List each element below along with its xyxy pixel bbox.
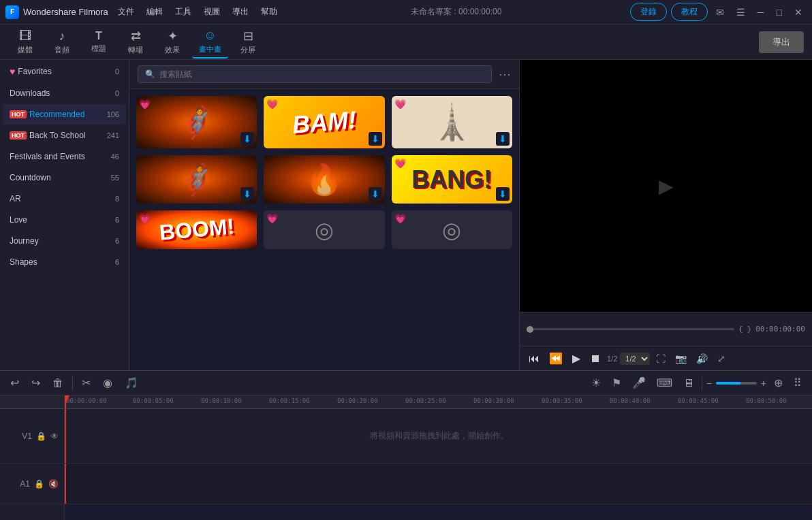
page-select[interactable]: 1/2 2/2 bbox=[620, 353, 650, 365]
zoom-in-button[interactable]: + bbox=[761, 378, 766, 389]
capture-icon[interactable]: ⌨ bbox=[653, 374, 676, 391]
monitor-icon[interactable]: 🖥 bbox=[680, 375, 698, 391]
sticker-card-7[interactable]: BOOM! 💗 ... bbox=[136, 210, 257, 249]
titlebar-left: F Wondershare Filmora 文件 編輯 工具 視圖 導出 幫助 bbox=[5, 4, 283, 20]
undo-button[interactable]: ↩ bbox=[7, 374, 22, 391]
progress-handle[interactable] bbox=[527, 326, 533, 333]
flag-icon[interactable]: ⚑ bbox=[608, 374, 625, 391]
close-icon[interactable]: ✕ bbox=[790, 4, 807, 20]
sticker-fav-6[interactable]: 💗 bbox=[394, 158, 406, 169]
sticker-download-2[interactable]: ⬇ bbox=[369, 132, 382, 146]
preview-progress-bar[interactable] bbox=[527, 328, 734, 330]
minimize-icon[interactable]: ─ bbox=[753, 4, 768, 20]
sticker-fav-7[interactable]: 💗 bbox=[139, 213, 151, 224]
tool-audio-label: 音頻 bbox=[54, 45, 69, 55]
export-button[interactable]: 導出 bbox=[759, 31, 804, 53]
zoom-out-button[interactable]: − bbox=[706, 378, 712, 389]
sticker-card-6[interactable]: BANG! 💗 ⬇ Superhero Pack Elemen... bbox=[392, 155, 512, 204]
audio-cursor bbox=[65, 464, 66, 504]
sidebar-item-love[interactable]: Love 6 bbox=[3, 210, 126, 230]
menu-item-help[interactable]: 幫助 bbox=[255, 4, 283, 20]
cut-button[interactable]: ✂ bbox=[78, 374, 94, 391]
tool-audio[interactable]: ♪ 音頻 bbox=[45, 27, 79, 58]
video-track-number: V1 bbox=[22, 432, 32, 441]
skip-start-button[interactable]: ⏮ bbox=[525, 351, 543, 367]
audio-icon: ♪ bbox=[59, 29, 65, 44]
color-button[interactable]: ◉ bbox=[99, 374, 116, 391]
timeline-extra-icon[interactable]: ⠿ bbox=[790, 374, 805, 391]
tool-media[interactable]: 🎞 媒體 bbox=[8, 27, 42, 58]
tool-transition[interactable]: ⇄ 轉場 bbox=[119, 26, 153, 58]
sticker-download-4[interactable]: ⬇ bbox=[240, 187, 254, 201]
menu-icon[interactable]: ☰ bbox=[732, 4, 749, 20]
sticker-download-3[interactable]: ⬇ bbox=[496, 132, 510, 146]
sticker-card-9[interactable]: ◎ 💗 ... bbox=[392, 210, 512, 249]
delete-button[interactable]: 🗑 bbox=[49, 375, 67, 391]
redo-button[interactable]: ↪ bbox=[28, 374, 44, 391]
tutorial-button[interactable]: 教程 bbox=[671, 3, 708, 21]
sun-icon[interactable]: ☀ bbox=[588, 374, 604, 391]
tool-sticker[interactable]: ☺ 畫中畫 bbox=[192, 26, 228, 59]
video-lock-icon[interactable]: 🔒 bbox=[36, 432, 46, 441]
split-icon: ⊟ bbox=[243, 29, 253, 44]
sidebar-item-shapes[interactable]: Shapes 6 bbox=[3, 252, 126, 272]
sidebar-item-ar[interactable]: AR 8 bbox=[3, 189, 126, 209]
sidebar-item-recommended[interactable]: HOT Recommended 106 bbox=[3, 104, 126, 125]
sidebar-item-countdown[interactable]: Countdown 55 bbox=[3, 167, 126, 188]
tool-title[interactable]: T 標題 bbox=[82, 27, 116, 56]
snapshot-icon[interactable]: 📷 bbox=[672, 351, 690, 366]
search-wrapper[interactable]: 🔍 bbox=[138, 65, 492, 83]
volume-icon[interactable]: 🔊 bbox=[693, 351, 711, 366]
search-input[interactable] bbox=[159, 69, 484, 79]
menu-item-view[interactable]: 視圖 bbox=[198, 4, 225, 20]
sticker-fav-2[interactable]: 💗 bbox=[266, 99, 278, 110]
sidebar-item-festivals[interactable]: Festivals and Events 46 bbox=[3, 146, 126, 167]
sticker-fav-8[interactable]: 💗 bbox=[266, 213, 278, 224]
prev-frame-button[interactable]: ⏪ bbox=[546, 350, 566, 367]
tool-effect[interactable]: ✦ 效果 bbox=[155, 26, 189, 58]
mic-icon[interactable]: 🎤 bbox=[629, 374, 649, 391]
register-button[interactable]: 登錄 bbox=[630, 3, 667, 21]
titlebar-menu: 文件 編輯 工具 視圖 導出 幫助 bbox=[112, 4, 283, 20]
sticker-card-2[interactable]: BAM! 💗 ⬇ Superhero Pack Elemen... bbox=[264, 96, 384, 148]
timeline-area: ↩ ↪ 🗑 ✂ ◉ 🎵 ☀ ⚑ 🎤 ⌨ 🖥 − + ⊕ ⠿ V bbox=[0, 370, 812, 520]
sidebar-item-favorites[interactable]: ♥ Favorites 0 bbox=[3, 61, 126, 82]
sticker-download-1[interactable]: ⬇ bbox=[240, 132, 254, 146]
audio-track-area[interactable] bbox=[65, 464, 812, 504]
menu-item-tools[interactable]: 工具 bbox=[170, 4, 197, 20]
zoom-slider[interactable] bbox=[716, 382, 757, 385]
recommended-label: Recommended bbox=[29, 110, 84, 119]
sticker-download-6[interactable]: ⬇ bbox=[496, 187, 510, 201]
video-visible-icon[interactable]: 👁 bbox=[50, 432, 59, 441]
sticker-download-5[interactable]: ⬇ bbox=[369, 187, 382, 201]
sidebar-item-journey[interactable]: Journey 6 bbox=[3, 231, 126, 251]
menu-item-export[interactable]: 導出 bbox=[227, 4, 254, 20]
sticker-card-1[interactable]: 🦸 💗 ⬇ Superheroes Cinematic ... bbox=[136, 96, 257, 148]
sticker-fav-3[interactable]: 💗 bbox=[394, 99, 406, 110]
mail-icon[interactable]: ✉ bbox=[712, 4, 728, 20]
sticker-card-4[interactable]: 🦸 ⬇ Superheroes Cinematic ... bbox=[136, 155, 257, 204]
video-track-area[interactable]: 將視頻和資源拖拽到此處，開始創作。 bbox=[65, 409, 812, 464]
sidebar-item-downloads[interactable]: Downloads 0 bbox=[3, 83, 126, 103]
sticker-card-3[interactable]: 🗼 💗 ⬇ Comicbook Pack Eleme... bbox=[392, 96, 512, 148]
sticker-card-5[interactable]: 🔥 ⬇ Superheroes Cinematic ... bbox=[264, 155, 384, 204]
tool-split[interactable]: ⊟ 分屏 bbox=[231, 26, 265, 58]
sticker-fav-1[interactable]: 💗 bbox=[139, 99, 151, 110]
menu-item-edit[interactable]: 編輯 bbox=[141, 4, 168, 20]
audio-button[interactable]: 🎵 bbox=[121, 374, 142, 391]
grid-view-icon[interactable]: ⋯ bbox=[499, 67, 511, 82]
stop-button[interactable]: ⏹ bbox=[587, 351, 604, 367]
sticker-card-8[interactable]: ◎ 💗 ... bbox=[264, 210, 384, 249]
audio-lock-icon[interactable]: 🔒 bbox=[34, 479, 44, 489]
audio-mute-icon[interactable]: 🔇 bbox=[48, 479, 59, 489]
sidebar-item-back-to-school[interactable]: HOT Back To School 241 bbox=[3, 125, 126, 146]
menu-item-file[interactable]: 文件 bbox=[112, 4, 140, 20]
maximize-icon[interactable]: □ bbox=[772, 4, 786, 20]
add-track-button[interactable]: ⊕ bbox=[770, 374, 786, 391]
expand-icon[interactable]: ⤢ bbox=[714, 351, 729, 366]
red-cursor[interactable] bbox=[65, 395, 66, 408]
ruler-mark-7: 00:00:35:00 bbox=[542, 397, 582, 404]
fullscreen-icon[interactable]: ⛶ bbox=[653, 351, 669, 366]
play-button[interactable]: ▶ bbox=[569, 350, 584, 367]
sticker-fav-9[interactable]: 💗 bbox=[394, 213, 406, 224]
